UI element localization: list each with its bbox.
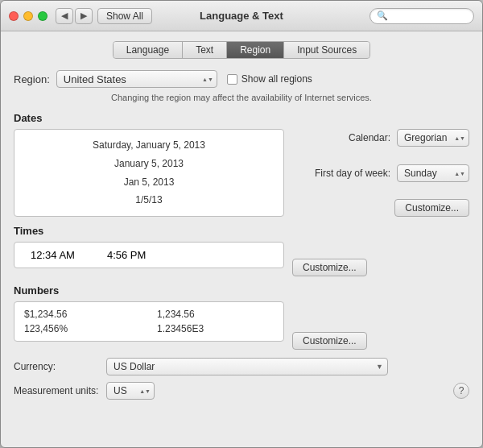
times-customize-button[interactable]: Customize... — [292, 259, 367, 276]
back-button[interactable]: ◀ — [56, 8, 73, 24]
tab-region[interactable]: Region — [227, 42, 284, 58]
forward-button[interactable]: ▶ — [75, 8, 93, 24]
calendar-row: Calendar: Gregorian — [292, 129, 469, 147]
numbers-section-label: Numbers — [14, 284, 469, 297]
dates-customize-button[interactable]: Customize... — [394, 199, 469, 217]
minimize-button[interactable] — [23, 11, 33, 21]
tab-input-sources[interactable]: Input Sources — [284, 42, 369, 58]
nav-buttons: ◀ ▶ — [56, 8, 93, 24]
numbers-customize-button[interactable]: Customize... — [292, 332, 367, 350]
region-select-wrapper: United States — [56, 70, 217, 88]
time-2: 4:56 PM — [107, 249, 146, 261]
number-3: 123,456% — [24, 323, 141, 334]
measurement-label: Measurement units: — [14, 385, 106, 396]
region-row: Region: United States Show all regions — [14, 70, 469, 88]
first-day-row: First day of week: Sunday — [292, 164, 469, 182]
search-icon: 🔍 — [377, 10, 388, 21]
measurement-select[interactable]: US — [106, 382, 155, 400]
region-select[interactable]: United States — [56, 70, 217, 88]
search-input[interactable] — [390, 10, 467, 22]
date-line-1: Saturday, January 5, 2013 — [24, 136, 274, 155]
number-1: $1,234.56 — [24, 309, 141, 320]
numbers-right: Customize... — [292, 301, 469, 350]
times-main: 12:34 AM 4:56 PM Customize... — [14, 242, 469, 276]
calendar-select[interactable]: Gregorian — [397, 129, 469, 147]
times-left: 12:34 AM 4:56 PM — [14, 242, 284, 276]
currency-label: Currency: — [14, 361, 106, 372]
show-all-button[interactable]: Show All — [97, 8, 152, 24]
first-day-select-wrapper: Sunday — [397, 164, 469, 182]
dates-main: Saturday, January 5, 2013 January 5, 201… — [14, 129, 469, 217]
first-day-label: First day of week: — [315, 168, 390, 179]
maximize-button[interactable] — [38, 11, 47, 21]
show-all-regions-checkbox[interactable] — [227, 74, 237, 85]
measurement-row: Measurement units: US — [14, 382, 453, 400]
calendar-select-wrapper: Gregorian — [397, 129, 469, 147]
search-box[interactable]: 🔍 — [369, 8, 474, 24]
numbers-main: $1,234.56 1,234.56 123,456% 1.23456E3 Cu… — [14, 301, 469, 350]
content-area: Language Text Region Input Sources Regio… — [1, 31, 482, 447]
numbers-left: $1,234.56 1,234.56 123,456% 1.23456E3 — [14, 301, 284, 350]
times-right: Customize... — [292, 242, 469, 276]
main-window: ◀ ▶ Show All Language & Text 🔍 Language … — [0, 0, 483, 448]
date-line-3: Jan 5, 2013 — [24, 173, 274, 192]
titlebar: ◀ ▶ Show All Language & Text 🔍 — [1, 1, 482, 31]
number-4: 1.23456E3 — [157, 323, 274, 334]
tab-group: Language Text Region Input Sources — [113, 41, 370, 59]
date-line-4: 1/5/13 — [24, 191, 274, 209]
currency-row: Currency: US Dollar — [14, 358, 469, 375]
measurement-select-wrapper: US — [106, 382, 155, 400]
traffic-lights — [9, 11, 47, 21]
tab-language[interactable]: Language — [114, 42, 183, 58]
number-2: 1,234.56 — [157, 309, 274, 320]
close-button[interactable] — [9, 11, 19, 21]
tab-text[interactable]: Text — [183, 42, 227, 58]
currency-select[interactable]: US Dollar — [106, 358, 388, 375]
window-title: Language & Text — [200, 10, 283, 22]
show-all-regions-label[interactable]: Show all regions — [227, 73, 312, 85]
first-day-select[interactable]: Sunday — [397, 164, 469, 182]
times-section-label: Times — [14, 225, 469, 237]
dates-box: Saturday, January 5, 2013 January 5, 201… — [14, 129, 284, 217]
dates-right: Calendar: Gregorian First day of week: S… — [292, 129, 469, 217]
numbers-box: $1,234.56 1,234.56 123,456% 1.23456E3 — [14, 301, 284, 342]
time-1: 12:34 AM — [31, 249, 75, 261]
help-button[interactable]: ? — [453, 383, 469, 399]
region-info-text: Changing the region may affect the avail… — [14, 93, 469, 102]
dates-section-label: Dates — [14, 112, 469, 124]
footer-row: Measurement units: US ? — [14, 382, 469, 400]
show-all-regions-text: Show all regions — [242, 73, 312, 85]
date-line-2: January 5, 2013 — [24, 155, 274, 173]
region-label: Region: — [14, 73, 50, 85]
currency-select-wrapper: US Dollar — [106, 358, 388, 375]
dates-left: Saturday, January 5, 2013 January 5, 201… — [14, 129, 284, 217]
times-box: 12:34 AM 4:56 PM — [14, 242, 284, 268]
calendar-label: Calendar: — [349, 132, 390, 143]
tabs-container: Language Text Region Input Sources — [14, 41, 469, 59]
